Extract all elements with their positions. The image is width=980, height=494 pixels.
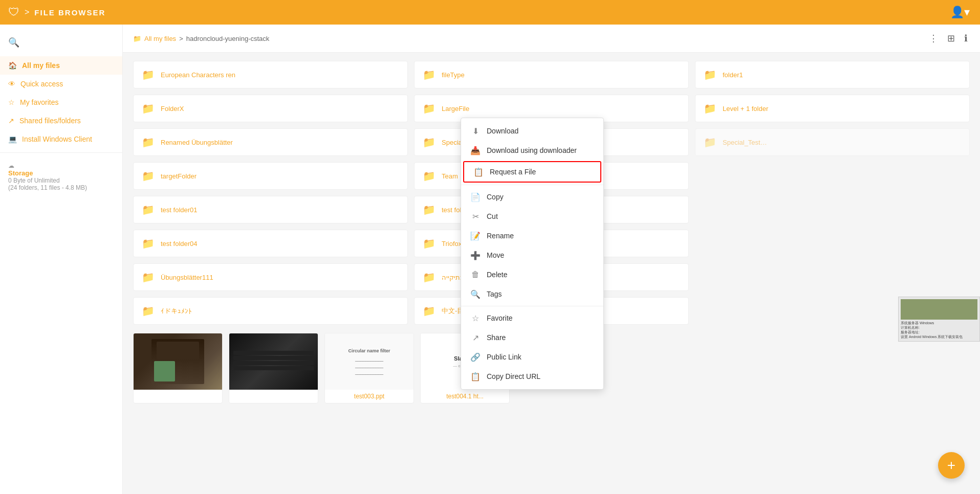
folder-icon: 📁 xyxy=(423,69,435,81)
ctx-label: Copy xyxy=(487,193,504,201)
folder-name: folder1 xyxy=(723,71,743,79)
delete-icon: 🗑 xyxy=(470,270,481,280)
add-button[interactable]: + xyxy=(938,452,965,479)
folder-card[interactable]: 📁 test folder01 xyxy=(133,196,408,223)
folder-card[interactable]: 📁 test folder04 xyxy=(133,230,408,257)
ctx-divider xyxy=(461,306,603,306)
download-downloader-icon: 📥 xyxy=(470,145,481,155)
folder-icon: 📁 xyxy=(704,102,716,115)
thumbnail-image xyxy=(134,333,222,390)
header-separator: > xyxy=(25,8,29,17)
breadcrumb-separator: > xyxy=(179,35,183,42)
folder-icon: 📁 xyxy=(423,102,435,115)
folder-name: test folder04 xyxy=(161,240,198,248)
storage-value: 0 Byte of Unlimited xyxy=(8,177,114,184)
thumbnail-image xyxy=(229,333,318,390)
ctx-copy-direct-url[interactable]: 📋 Copy Direct URL xyxy=(461,367,603,386)
sidebar-item-install-windows[interactable]: 💻 Install Windows Client xyxy=(0,130,122,148)
ctx-favorite[interactable]: ☆ Favorite xyxy=(461,308,603,328)
header-title: FILE BROWSER xyxy=(34,8,105,17)
sidebar-item-my-favorites[interactable]: ☆ My favorites xyxy=(0,93,122,111)
ctx-cut[interactable]: ✂ Cut xyxy=(461,207,603,226)
folder-card[interactable]: 📁 folder1 xyxy=(695,61,970,88)
sidebar-item-all-my-files[interactable]: 🏠 All my files xyxy=(0,56,122,75)
tags-icon: 🔍 xyxy=(470,289,481,299)
folder-icon: 📁 xyxy=(142,305,155,317)
folder-name: LargeFile xyxy=(442,105,469,113)
folder-card[interactable]: 📁 FolderX xyxy=(133,95,408,122)
thumbnail-card[interactable] xyxy=(133,333,223,403)
thumbnail-image: Circular name filter ___________ _______… xyxy=(325,333,413,390)
ctx-download-downloader[interactable]: 📥 Download using downloader xyxy=(461,141,603,160)
folder-name: ｲドキｭﾒﾝﾄ xyxy=(161,307,192,315)
sidebar-item-shared-files[interactable]: ↗ Shared files/folders xyxy=(0,111,122,130)
monitor-icon: 💻 xyxy=(8,135,17,143)
ctx-download[interactable]: ⬇ Download xyxy=(461,121,603,141)
context-menu: ⬇ Download 📥 Download using downloader 📋… xyxy=(461,118,604,390)
ctx-copy[interactable]: 📄 Copy xyxy=(461,187,603,207)
ctx-rename[interactable]: 📝 Rename xyxy=(461,226,603,245)
folder-name: Level + 1 folder xyxy=(723,105,768,113)
breadcrumb-path: hadroncloud-yuening-cstack xyxy=(186,35,270,42)
ctx-label: Download using downloader xyxy=(487,146,577,154)
thumbnail-card[interactable] xyxy=(229,333,318,403)
info-button[interactable]: ℹ xyxy=(962,31,970,46)
folder-icon: 📁 xyxy=(142,102,155,115)
folder-name: Übungsblätter111 xyxy=(161,274,213,281)
folder-icon: 📁 xyxy=(423,305,435,317)
folder-icon: 📁 xyxy=(423,204,435,216)
ctx-label: Download xyxy=(487,127,518,135)
ctx-label: Favorite xyxy=(487,314,513,322)
folder-name: FolderX xyxy=(161,105,184,113)
folder-card[interactable]: 📁 targetFolder xyxy=(133,162,408,190)
folder-icon: 📁 xyxy=(704,237,716,250)
storage-detail: (24 folders, 11 files - 4.8 MB) xyxy=(8,184,114,191)
ctx-public-link[interactable]: 🔗 Public Link xyxy=(461,347,603,367)
folder-icon: 📁 xyxy=(423,271,435,283)
share-icon: ↗ xyxy=(470,332,481,343)
star-icon: ☆ xyxy=(8,98,15,106)
search-icon: 🔍 xyxy=(8,37,19,48)
grid-view-button[interactable]: ⊞ xyxy=(945,31,957,46)
ctx-delete[interactable]: 🗑 Delete xyxy=(461,265,603,284)
sidebar-item-quick-access[interactable]: 👁 Quick access xyxy=(0,75,122,93)
share-icon: ↗ xyxy=(8,117,14,125)
sidebar-item-label: All my files xyxy=(22,61,60,70)
ctx-label: Cut xyxy=(487,212,498,220)
folder-icon: 📁 xyxy=(142,69,155,81)
storage-info: ☁ Storage 0 Byte of Unlimited (24 folder… xyxy=(0,157,122,196)
folder-card[interactable]: 📁 European Characters ren xyxy=(133,61,408,88)
folder-name: test folder01 xyxy=(161,206,198,214)
folder-icon: 📁 xyxy=(423,170,435,182)
ctx-request-file[interactable]: 📋 Request a File xyxy=(463,161,601,183)
folder-card[interactable]: 📁 Renamed Übungsblätter xyxy=(133,128,408,156)
thumbnail-card[interactable]: Circular name filter ___________ _______… xyxy=(324,333,414,403)
folder-name: Renamed Übungsblätter xyxy=(161,139,233,146)
copy-url-icon: 📋 xyxy=(470,371,481,381)
sidebar-item-label: Quick access xyxy=(20,80,63,88)
ctx-label: Tags xyxy=(487,290,502,298)
breadcrumb: 📁 All my files > hadroncloud-yuening-cst… xyxy=(123,25,980,53)
storage-label: Storage xyxy=(8,169,114,177)
folder-icon: 📁 xyxy=(423,237,435,250)
ctx-label: Move xyxy=(487,251,504,259)
folder-card[interactable]: 📁 Level + 1 folder xyxy=(695,95,970,122)
ctx-share[interactable]: ↗ Share xyxy=(461,328,603,347)
folder-card[interactable]: 📁 fileType xyxy=(414,61,689,88)
folder-name: targetFolder xyxy=(161,172,197,180)
folder-card[interactable]: 📁 Special_Test… xyxy=(695,128,970,156)
folder-card[interactable]: 📁 ｲドキｭﾒﾝﾄ xyxy=(133,297,408,325)
cloud-icon: ☁ xyxy=(8,162,14,169)
breadcrumb-root[interactable]: All my files xyxy=(144,35,176,42)
move-icon: ➕ xyxy=(470,250,481,260)
ctx-move[interactable]: ➕ Move xyxy=(461,245,603,265)
user-menu-button[interactable]: 👤▾ xyxy=(948,4,972,21)
ctx-label: Public Link xyxy=(487,353,521,361)
rename-icon: 📝 xyxy=(470,231,481,241)
side-thumbnail-panel: 系统服务器 Windows 计算机名称: 服务器地址: 设置 Android W… xyxy=(898,297,980,342)
ctx-tags[interactable]: 🔍 Tags xyxy=(461,284,603,304)
more-options-button[interactable]: ⋮ xyxy=(927,31,940,46)
folder-name: European Characters ren xyxy=(161,71,235,79)
ctx-label: Share xyxy=(487,333,506,342)
folder-card[interactable]: 📁 Übungsblätter111 xyxy=(133,263,408,291)
